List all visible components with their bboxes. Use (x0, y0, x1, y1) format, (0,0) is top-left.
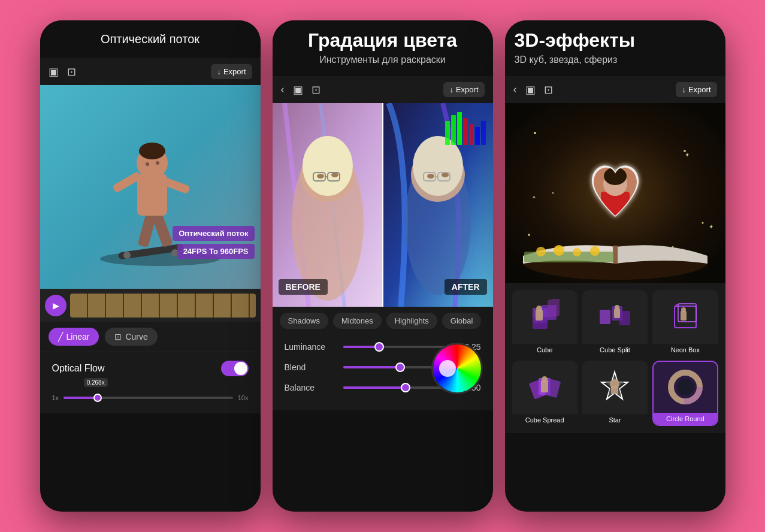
blend-track[interactable] (343, 366, 447, 368)
effect-neon-box[interactable]: Neon Box (652, 290, 718, 355)
balance-track[interactable] (343, 386, 447, 389)
effect-star[interactable]: Star (582, 361, 648, 426)
svg-rect-4 (137, 210, 157, 248)
svg-text:✦: ✦ (709, 223, 713, 230)
tonal-tabs: Shadows Midtones Highlights Global (273, 307, 493, 335)
svg-rect-77 (681, 311, 687, 321)
star-thumb (582, 361, 648, 414)
back-icon[interactable]: ‹ (281, 83, 285, 96)
after-label: AFTER (445, 279, 487, 295)
cube-thumb (512, 290, 577, 343)
star-icon (597, 369, 633, 405)
before-image: BEFORE (273, 103, 383, 307)
svg-rect-67 (600, 310, 610, 324)
toggle-thumb (234, 362, 247, 375)
svg-rect-87 (611, 386, 618, 394)
optical-flow-row: Optical Flow (40, 352, 261, 385)
export-arrow-icon: ↓ (217, 67, 221, 76)
neon-box-icon (667, 299, 703, 335)
crop-icon2[interactable]: ⊡ (312, 83, 320, 96)
luminance-fill (343, 346, 380, 348)
curve-icon: ⊡ (114, 332, 122, 341)
balance-fill (343, 386, 406, 389)
layers-icon[interactable]: ▣ (49, 65, 59, 78)
crop-icon[interactable]: ⊡ (67, 65, 76, 78)
phone1-header: Оптический поток (40, 20, 261, 58)
phone2: Градация цвета Инструменты для раскраски… (273, 20, 493, 512)
crop-icon3[interactable]: ⊡ (544, 83, 553, 96)
effect-circle-round[interactable]: Circle Round (652, 361, 718, 426)
luminance-thumb[interactable] (374, 342, 384, 352)
svg-point-71 (615, 305, 619, 310)
speed-slider-track[interactable]: 0.268x (64, 397, 233, 399)
svg-point-45 (528, 234, 530, 236)
split-divider (382, 103, 383, 307)
svg-point-20 (331, 173, 338, 177)
svg-point-54 (554, 245, 564, 256)
curve-tab[interactable]: ⊡ Curve (105, 328, 157, 346)
svg-point-12 (156, 161, 159, 165)
svg-rect-70 (614, 309, 620, 318)
cube-icon (527, 299, 563, 335)
filmstrip: ▶ (40, 289, 261, 322)
svg-rect-64 (548, 299, 560, 318)
global-tab[interactable]: Global (442, 313, 482, 329)
svg-point-11 (146, 162, 149, 166)
effect-cube-spread[interactable]: Cube Spread (512, 361, 577, 426)
highlights-tab[interactable]: Highlights (386, 313, 437, 329)
phone1-toolbar: ▣ ⊡ ↓ Export (40, 58, 261, 85)
phone3-toolbar-left: ‹ ▣ ⊡ (513, 83, 553, 96)
balance-thumb[interactable] (401, 383, 410, 392)
blend-thumb[interactable] (395, 362, 405, 372)
slider-value-bubble: 0.268x (84, 378, 108, 387)
svg-point-35 (427, 174, 434, 179)
linear-tab[interactable]: ╱ Linear (49, 328, 99, 346)
color-wheel[interactable] (433, 344, 481, 392)
midtones-tab[interactable]: Midtones (333, 313, 382, 329)
overlay-badge-optical-flow: Оптический поток (173, 226, 254, 241)
svg-rect-28 (469, 124, 474, 145)
svg-point-10 (139, 143, 165, 159)
phones-container: Оптический поток ▣ ⊡ ↓ Export (28, 8, 737, 524)
3d-scene-illustration: ✦ ✦ ✦ (505, 103, 725, 283)
optical-flow-toggle[interactable] (221, 361, 249, 376)
effect-cube-split[interactable]: Cube Split (582, 290, 648, 355)
svg-rect-27 (463, 118, 468, 145)
layers-icon2[interactable]: ▣ (293, 83, 303, 96)
svg-text:✦: ✦ (532, 195, 536, 200)
svg-point-44 (701, 222, 703, 224)
svg-text:✦: ✦ (685, 152, 690, 158)
phone1-tabs: ╱ Linear ⊡ Curve (40, 322, 261, 352)
cube-spread-icon (527, 369, 563, 405)
slider-max-label: 10x (238, 394, 249, 401)
svg-point-66 (536, 306, 542, 312)
back-icon3[interactable]: ‹ (513, 83, 517, 96)
histogram (445, 109, 487, 145)
svg-rect-24 (445, 121, 450, 145)
blend-label: Blend (285, 362, 338, 372)
effect-cube[interactable]: Cube (512, 290, 577, 355)
export-button3[interactable]: ↓ Export (676, 82, 716, 97)
shadows-tab[interactable]: Shadows (280, 313, 328, 329)
phone2-title: Градация цвета (282, 30, 483, 51)
cube-spread-label: Cube Spread (512, 414, 577, 426)
phone1-video: Оптический поток 24FPS To 960FPS (40, 85, 261, 289)
phone2-toolbar: ‹ ▣ ⊡ ↓ Export (273, 76, 493, 103)
before-woman-illustration (273, 103, 383, 307)
slider-min-label: 1x (52, 394, 59, 401)
svg-rect-29 (475, 127, 480, 145)
speed-slider-fill (64, 397, 98, 399)
phone3: 3D-эффекты 3D куб, звезда, сфериз ‹ ▣ ⊡ … (505, 20, 725, 512)
phone1: Оптический поток ▣ ⊡ ↓ Export (40, 20, 261, 512)
export-button[interactable]: ↓ Export (211, 64, 252, 79)
effects-grid: Cube Cube Split (505, 283, 725, 433)
blend-fill (343, 366, 401, 368)
phone2-toolbar-left: ‹ ▣ ⊡ (281, 83, 320, 96)
speed-slider-thumb[interactable]: 0.268x (93, 394, 102, 402)
layers-icon3[interactable]: ▣ (525, 83, 536, 96)
export-button2[interactable]: ↓ Export (443, 82, 484, 97)
play-button[interactable]: ▶ (45, 295, 66, 316)
luminance-track[interactable] (343, 346, 447, 348)
svg-point-56 (590, 246, 600, 256)
phone3-header: 3D-эффекты 3D куб, звезда, сфериз (505, 20, 725, 76)
